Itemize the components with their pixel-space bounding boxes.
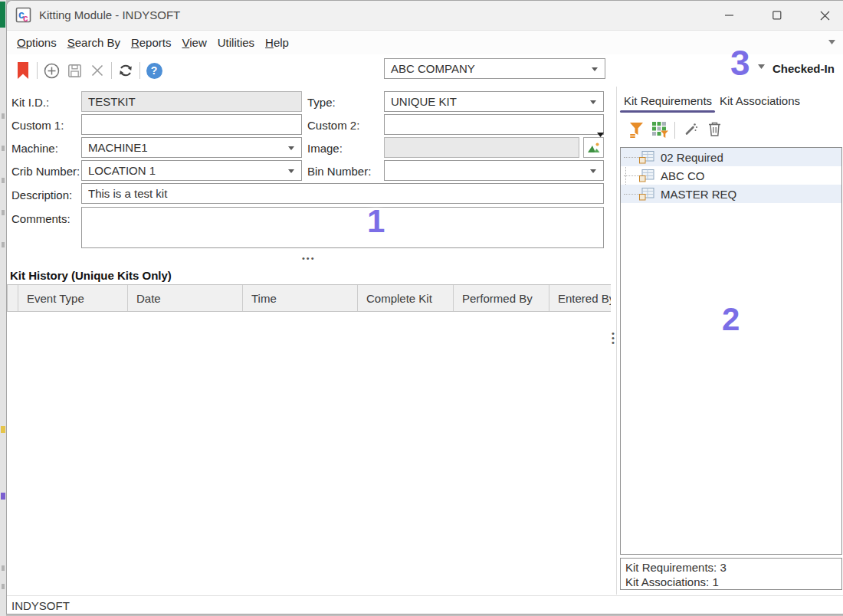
column-date[interactable]: Date [128, 285, 243, 311]
column-time[interactable]: Time [243, 285, 358, 311]
machine-dropdown-value: MACHINE1 [88, 141, 148, 154]
comments-field[interactable] [81, 207, 604, 248]
column-complete-kit[interactable]: Complete Kit [358, 285, 454, 311]
type-label: Type: [307, 96, 336, 109]
maximize-button[interactable] [759, 1, 795, 30]
requirement-icon [639, 169, 654, 182]
crib-number-label: Crib Number: [11, 165, 80, 178]
menu-view[interactable]: View [176, 34, 212, 51]
custom2-field[interactable] [384, 114, 604, 135]
svg-text:c: c [23, 13, 28, 24]
crib-number-dropdown[interactable]: LOCATION 1 [81, 160, 302, 181]
type-dropdown-value: UNIQUE KIT [391, 95, 457, 108]
kit-requirements-list: 02 Required ABC CO MASTER REQ [620, 147, 842, 555]
background-window-sliver [0, 0, 6, 616]
help-icon[interactable]: ? [143, 58, 166, 83]
counts-box: Kit Requirements: 3 Kit Associations: 1 [620, 558, 842, 590]
refresh-icon[interactable] [114, 58, 137, 83]
tab-kit-requirements[interactable]: Kit Requirements [624, 94, 712, 107]
close-button[interactable] [807, 1, 842, 30]
filter-icon[interactable] [628, 121, 645, 139]
app-icon: c c [15, 7, 32, 24]
minimize-button[interactable] [712, 1, 747, 30]
chevron-down-icon [592, 67, 598, 71]
horizontal-splitter-grip[interactable]: ••• [302, 254, 316, 263]
add-record-icon[interactable] [40, 58, 63, 83]
background-green-sliver [0, 2, 5, 28]
panel-toolbar-separator [674, 122, 675, 139]
status-bar-text: INDYSOFT [11, 599, 70, 612]
requirement-label: 02 Required [661, 151, 723, 164]
image-picker-button[interactable] [583, 137, 604, 158]
modify-wand-icon[interactable] [683, 121, 699, 137]
toolbar-separator [37, 62, 38, 79]
annotation-3: 3 [730, 42, 750, 84]
tree-connector [624, 156, 639, 158]
machine-label: Machine: [11, 142, 58, 155]
image-menu-arrow-icon[interactable] [597, 133, 604, 137]
kit-history-table-header: Event Type Date Time Complete Kit Perfor… [7, 284, 611, 312]
list-item[interactable]: MASTER REQ [621, 185, 841, 203]
menu-bar: Options Search By Reports View Utilities… [7, 31, 843, 54]
description-field[interactable] [81, 183, 604, 204]
column-entered-by[interactable]: Entered By [549, 285, 611, 311]
tree-connector [624, 193, 639, 195]
company-dropdown-value: ABC COMPANY [391, 62, 475, 75]
comments-label: Comments: [11, 212, 71, 225]
annotation-2: 2 [722, 301, 740, 338]
kit-requirements-count: Kit Requirements: 3 [625, 560, 837, 575]
machine-dropdown[interactable]: MACHINE1 [81, 137, 302, 158]
bin-number-label: Bin Number: [307, 165, 371, 178]
status-bar-divider [7, 595, 843, 596]
tab-kit-associations[interactable]: Kit Associations [720, 94, 800, 107]
annotation-1: 1 [367, 203, 385, 240]
grid-filter-icon[interactable] [651, 121, 669, 139]
toolbar-separator [111, 62, 112, 79]
description-label: Description: [11, 188, 72, 202]
active-tab-underline [620, 110, 715, 113]
delete-icon[interactable] [86, 58, 109, 83]
type-dropdown[interactable]: UNIQUE KIT [384, 91, 604, 112]
toolbar-overflow-icon[interactable] [828, 40, 835, 44]
bookmark-icon[interactable] [11, 58, 34, 83]
chevron-down-icon [288, 169, 294, 173]
kit-id-field [81, 91, 302, 112]
menu-help[interactable]: Help [260, 34, 294, 51]
requirement-icon [639, 151, 654, 164]
menu-utilities[interactable]: Utilities [212, 34, 260, 51]
chevron-down-icon [288, 146, 294, 150]
custom1-field[interactable] [81, 114, 302, 135]
column-event-type[interactable]: Event Type [18, 285, 128, 311]
image-field [384, 137, 579, 158]
custom2-label: Custom 2: [307, 119, 359, 132]
app-window: c c Kitting Module - INDYSOFT Options Se… [6, 0, 843, 614]
crib-number-dropdown-value: LOCATION 1 [88, 164, 156, 177]
toolbar-separator [139, 62, 140, 79]
title-bar: c c Kitting Module - INDYSOFT [7, 1, 843, 31]
menu-reports[interactable]: Reports [126, 34, 177, 51]
screen: c c Kitting Module - INDYSOFT Options Se… [0, 0, 843, 616]
chevron-down-icon [590, 100, 596, 104]
kit-history-heading: Kit History (Unique Kits Only) [10, 269, 172, 282]
bin-number-dropdown[interactable] [384, 160, 604, 181]
checked-in-status[interactable]: Checked-In [772, 62, 835, 75]
trash-icon[interactable] [707, 121, 722, 137]
chevron-down-icon [590, 169, 596, 173]
requirement-label: MASTER REQ [661, 188, 736, 201]
column-performed-by[interactable]: Performed By [454, 285, 549, 311]
status-dropdown-arrow[interactable] [758, 64, 765, 69]
list-item[interactable]: ABC CO [621, 166, 841, 185]
custom1-label: Custom 1: [11, 119, 64, 132]
kit-id-label: Kit I.D.: [11, 96, 49, 109]
window-title: Kitting Module - INDYSOFT [39, 8, 180, 21]
requirement-label: ABC CO [661, 169, 705, 182]
menu-options[interactable]: Options [11, 34, 62, 51]
company-dropdown[interactable]: ABC COMPANY [384, 58, 605, 79]
vertical-splitter-grip[interactable]: ••• [612, 331, 615, 345]
panel-divider [616, 87, 617, 595]
kit-associations-count: Kit Associations: 1 [625, 575, 837, 589]
list-item[interactable]: 02 Required [621, 148, 841, 166]
save-icon[interactable] [63, 58, 86, 83]
menu-search-by[interactable]: Search By [62, 34, 126, 51]
requirement-icon [639, 188, 654, 201]
